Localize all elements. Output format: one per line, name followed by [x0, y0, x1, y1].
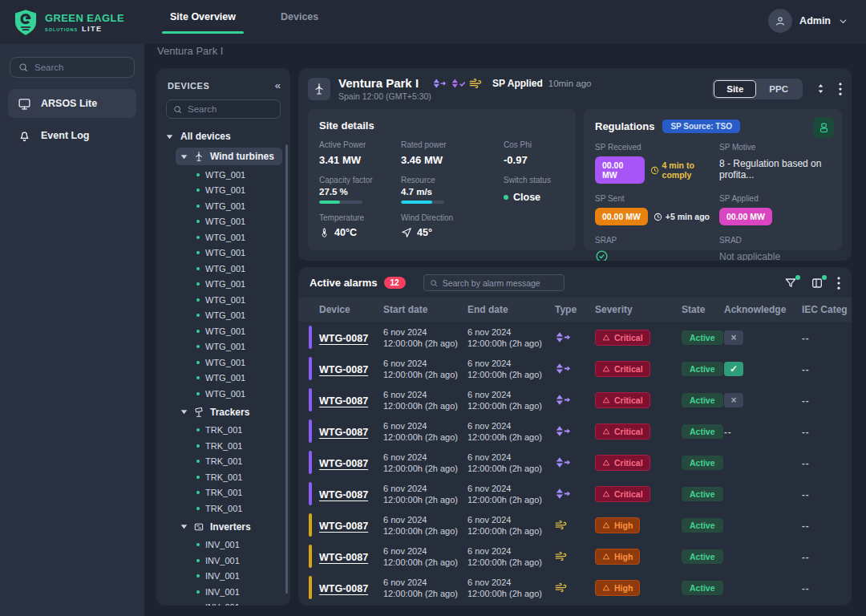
tab-devices[interactable]: Devices [268, 0, 331, 34]
tree-device-item[interactable]: TRK_001 [166, 423, 285, 439]
device-link[interactable]: WTG-0087 [319, 364, 368, 375]
tree-device-item[interactable]: WTG_001 [166, 198, 285, 214]
alarm-search-input[interactable] [443, 278, 558, 288]
collapse-panel-icon[interactable]: « [275, 79, 281, 91]
tree-device-item[interactable]: TRK_001 [166, 485, 285, 501]
alarm-row[interactable]: WTG-0087 6 nov 202412:00:00h (2h ago) 6 … [298, 572, 852, 603]
alarm-row[interactable]: WTG-0087 6 nov 202412:00:00h (2h ago) 6 … [298, 509, 852, 541]
kebab-menu-icon[interactable] [839, 83, 842, 95]
device-link[interactable]: WTG-0087 [319, 521, 368, 532]
tree-device-item[interactable]: WTG_001 [166, 229, 285, 245]
alarm-row[interactable]: WTG-0087 6 nov 202412:00:00h (2h ago) 6 … [298, 415, 852, 447]
device-link[interactable]: WTG-0087 [319, 552, 368, 563]
tree-device-item[interactable]: INV_001 [166, 569, 285, 585]
inverter-icon [193, 521, 204, 533]
tree-device-item[interactable]: WTG_001 [166, 245, 285, 261]
alarms-table-body: WTG-0087 6 nov 202412:00:00h (2h ago) 6 … [298, 322, 852, 603]
acknowledge-confirm-button[interactable]: ✓ [724, 362, 743, 376]
device-link[interactable]: WTG-0087 [319, 583, 368, 594]
tree-device-item[interactable]: WTG_001 [166, 308, 285, 324]
col-device: Device [319, 304, 383, 315]
alarm-row[interactable]: WTG-0087 6 nov 202412:00:00h (2h ago) 6 … [298, 447, 852, 478]
device-label: TRK_001 [205, 504, 242, 513]
severity-badge: Critical [595, 361, 650, 377]
turbine-icon [193, 151, 204, 162]
device-link[interactable]: WTG-0087 [319, 427, 368, 438]
active-alarms-card: Active alarms 12 Device Start date End d… [298, 267, 852, 606]
tree-group-inverters[interactable]: Inverters [176, 518, 282, 536]
sp-sent-badge: 00.00 MW [595, 208, 648, 225]
tree-device-item[interactable]: INV_001 [166, 553, 285, 569]
state-badge: Active [682, 393, 723, 407]
tree-device-item[interactable]: TRK_001 [166, 500, 285, 517]
tree-device-item[interactable]: TRK_001 [166, 454, 285, 470]
alarm-search[interactable] [423, 274, 565, 291]
alarm-row[interactable]: WTG-0087 6 nov 202412:00:00h (2h ago) 6 … [298, 478, 852, 509]
tree-device-item[interactable]: WTG_001 [166, 214, 285, 230]
device-label: WTG_001 [205, 373, 245, 383]
tree-device-item[interactable]: TRK_001 [166, 469, 285, 485]
tree-group-wind-turbines[interactable]: Wind turbines [176, 148, 282, 165]
col-state: State [682, 304, 724, 315]
devices-search-input[interactable] [188, 104, 273, 114]
tree-device-item[interactable]: WTG_001 [166, 277, 285, 293]
columns-icon[interactable] [811, 277, 824, 290]
filter-icon[interactable] [784, 277, 797, 290]
status-bullet [196, 460, 200, 463]
sidebar-item-event-log[interactable]: Event Log [8, 121, 136, 150]
sidebar-item-arsos-lite[interactable]: ARSOS Lite [8, 89, 136, 118]
tree-device-item[interactable]: WTG_001 [166, 386, 285, 402]
tree-device-item[interactable]: INV_001 [166, 584, 285, 600]
severity-bar [309, 451, 312, 474]
toggle-option-ppc[interactable]: PPC [756, 80, 801, 98]
kebab-menu-icon[interactable] [837, 277, 840, 290]
device-link[interactable]: WTG-0087 [319, 333, 368, 344]
alarm-row[interactable]: WTG-0087 6 nov 202412:00:00h (2h ago) 6 … [298, 322, 852, 353]
tab-site-overview[interactable]: Site Overview [157, 0, 249, 34]
regulations-card: Regulations SP Source: TSO SP Received 0… [584, 109, 842, 250]
alarm-row[interactable]: WTG-0087 6 nov 202412:00:00h (2h ago) 6 … [298, 541, 852, 572]
status-bullet [196, 298, 200, 302]
regulations-title: Regulations [595, 120, 654, 132]
tree-device-item[interactable]: WTG_001 [166, 339, 285, 355]
tree-device-item[interactable]: WTG_001 [166, 167, 285, 183]
capacity-factor-bar [319, 201, 362, 204]
tree-group-label: Inverters [210, 521, 251, 533]
sidebar-search-input[interactable] [34, 63, 126, 72]
toggle-option-site[interactable]: Site [714, 80, 756, 98]
tree-device-item[interactable]: WTG_001 [166, 323, 285, 339]
devices-search[interactable] [166, 99, 281, 119]
tree-root-all-devices[interactable]: All devices [166, 127, 285, 146]
wind-icon [469, 77, 482, 90]
automation-robot-icon[interactable] [813, 117, 834, 138]
status-bullet [196, 574, 200, 578]
severity-badge: High [595, 517, 640, 533]
state-badge: Active [682, 549, 723, 564]
acknowledge-dismiss-button[interactable]: × [724, 393, 743, 407]
tree-device-item[interactable]: WTG_001 [166, 292, 285, 308]
device-link[interactable]: WTG-0087 [319, 395, 368, 407]
reg-sp-applied: SP Applied 00.00 MW [719, 194, 831, 225]
sort-icon[interactable] [815, 83, 826, 95]
tree-device-item[interactable]: WTG_001 [166, 261, 285, 277]
tree-group-trackers[interactable]: Trackers [176, 403, 282, 421]
warning-triangle-icon [602, 490, 610, 498]
tree-device-item[interactable]: WTG_001 [166, 183, 285, 199]
tree-device-item[interactable]: TRK_001 [166, 438, 285, 454]
tree-scrollbar[interactable] [285, 144, 288, 594]
tree-device-item[interactable]: WTG_001 [166, 355, 285, 371]
status-bullet [196, 220, 200, 223]
alarm-row[interactable]: WTG-0087 6 nov 202412:00:00h (2h ago) 6 … [298, 384, 852, 415]
tree-device-item[interactable]: WTG_001 [166, 371, 285, 387]
device-label: WTG_001 [205, 233, 245, 242]
device-link[interactable]: WTG-0087 [319, 489, 368, 500]
wind-icon [555, 582, 595, 594]
device-link[interactable]: WTG-0087 [319, 458, 368, 469]
acknowledge-dismiss-button[interactable]: × [724, 330, 743, 345]
tree-device-item[interactable]: INV_001 [166, 537, 285, 553]
device-label: INV_001 [205, 602, 240, 606]
user-menu[interactable]: Admin [768, 9, 848, 33]
alarm-row[interactable]: WTG-0087 6 nov 202412:00:00h (2h ago) 6 … [298, 353, 852, 384]
tree-device-item[interactable]: INV_001 [166, 600, 285, 606]
sidebar-search[interactable] [10, 57, 135, 78]
